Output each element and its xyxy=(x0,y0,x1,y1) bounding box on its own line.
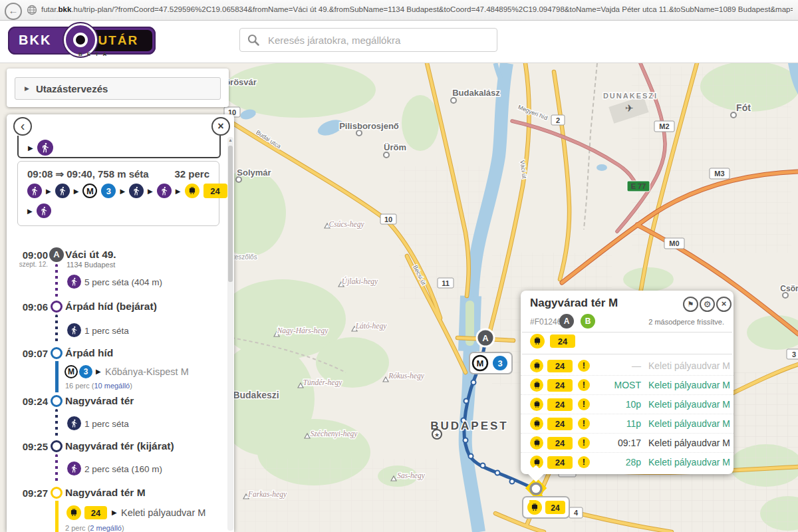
browser-address-bar: ← futar.bkk.hu/trip-plan/?fromCoord=47.5… xyxy=(0,0,798,21)
svg-text:4: 4 xyxy=(574,509,579,517)
divider xyxy=(522,354,732,354)
svg-text:Látó-hegy: Látó-hegy xyxy=(355,322,388,331)
timeline-walk-segment xyxy=(55,454,58,483)
svg-text:M2: M2 xyxy=(659,122,669,130)
svg-text:Nagy-Hárs-hegy: Nagy-Hárs-hegy xyxy=(277,327,329,335)
option-times: 09:08 ⇒ 09:40, 758 m séta xyxy=(27,168,149,180)
svg-text:Budakalász: Budakalász xyxy=(452,88,500,98)
stop-name[interactable]: Árpád híd (bejárat) xyxy=(65,301,157,313)
stop-name[interactable]: Nagyvárad tér M xyxy=(65,487,146,499)
departure-row[interactable]: 24 ! — Keleti pályaudvar M xyxy=(521,356,733,375)
departure-row[interactable]: 24 ! 28p Keleti pályaudvar M xyxy=(521,452,733,471)
search-box[interactable] xyxy=(239,28,497,52)
stop-name[interactable]: Nagyvárad tér (kijárat) xyxy=(65,440,174,452)
svg-text:Budakeszi: Budakeszi xyxy=(233,390,279,400)
stop-name[interactable]: Árpád híd xyxy=(65,347,113,359)
itinerary-panel: ‹ × ▲ ▶ 32 perc 09:08 ⇒ 09:40, 758 m sét… xyxy=(7,114,234,532)
close-button[interactable]: × xyxy=(211,117,230,136)
stops-count-link[interactable]: 10 megálló xyxy=(94,382,130,390)
timeline-tram-segment xyxy=(55,501,59,532)
stop-name[interactable]: Nagyvárad tér xyxy=(65,395,134,407)
leg-walk-text: 1 perc séta xyxy=(84,326,129,336)
flag-button[interactable]: ⚑ xyxy=(683,297,698,312)
svg-text:Csúcs-hegy: Csúcs-hegy xyxy=(329,220,364,229)
departure-time: MOST xyxy=(591,380,641,390)
scroll-up-icon[interactable]: ▲ xyxy=(227,138,233,142)
app-header: BKK FUTÁR BETA xyxy=(0,20,798,63)
svg-text:E 77: E 77 xyxy=(631,182,646,190)
metro-logo-icon: M xyxy=(82,184,97,198)
departure-destination: Keleti pályaudvar M xyxy=(648,418,730,429)
alert-icon[interactable]: ! xyxy=(578,360,590,372)
alert-icon[interactable]: ! xyxy=(578,437,590,449)
origin-marker-a[interactable]: A xyxy=(477,329,494,346)
timeline-walk-segment xyxy=(55,315,58,344)
alert-icon[interactable]: ! xyxy=(578,398,590,410)
alert-icon[interactable]: ! xyxy=(578,379,590,391)
settings-gear-button[interactable]: ⚙ xyxy=(700,297,715,312)
svg-text:M: M xyxy=(477,358,484,368)
search-input[interactable] xyxy=(267,34,489,47)
svg-text:A: A xyxy=(482,333,489,343)
stop-time: 09:00 xyxy=(9,249,48,261)
walk-icon xyxy=(37,203,51,218)
departure-row[interactable]: 24 ! 10p Keleti pályaudvar M xyxy=(521,394,733,414)
timeline-walk-segment xyxy=(55,409,58,438)
svg-text:Széchenyi-hegy: Széchenyi-hegy xyxy=(311,430,358,438)
departure-time: 28p xyxy=(591,457,641,467)
alert-icon[interactable]: ! xyxy=(578,418,590,430)
walk-icon xyxy=(157,184,172,198)
leg-walk-text: 5 perc séta (404 m) xyxy=(84,277,162,287)
timeline-metro-segment xyxy=(55,361,59,392)
trip-planner-toggle[interactable]: ▶ Utazástervezés xyxy=(15,77,221,100)
departure-destination: Keleti pályaudvar M xyxy=(648,438,730,448)
leg-destination: Kőbánya-Kispest M xyxy=(105,366,189,377)
tram-icon xyxy=(530,456,543,469)
leg-destination: Keleti pályaudvar M xyxy=(121,507,205,518)
browser-back-button[interactable]: ← xyxy=(5,3,22,20)
walk-indoor-icon xyxy=(67,416,81,430)
tram-icon xyxy=(185,184,200,198)
route-24-badge[interactable]: 24 xyxy=(550,334,575,348)
metro-line-map-label[interactable]: M 3 xyxy=(469,352,512,374)
itinerary-option-selected[interactable]: ▶ xyxy=(17,136,221,158)
svg-text:M3: M3 xyxy=(714,170,724,178)
itinerary-option[interactable]: 32 perc 09:08 ⇒ 09:40, 758 m séta ▶ ▶ M … xyxy=(17,161,219,226)
url-text[interactable]: futar.bkk.hu/trip-plan/?fromCoord=47.529… xyxy=(41,5,793,13)
bkk-futar-logo[interactable]: BKK FUTÁR xyxy=(8,27,156,55)
svg-text:M0: M0 xyxy=(669,239,679,247)
stop-node xyxy=(51,301,63,313)
departure-row[interactable]: 24 ! MOST Keleti pályaudvar M xyxy=(521,375,733,394)
logo-bkk-text: BKK xyxy=(19,33,51,48)
stop-date: szept. 12. xyxy=(9,261,48,268)
svg-text:3: 3 xyxy=(792,350,796,358)
tram-route-map-label[interactable]: 24 xyxy=(523,497,569,518)
back-button[interactable]: ‹ xyxy=(13,117,32,136)
stop-node xyxy=(51,395,63,407)
stop-name[interactable]: Váci út 49. xyxy=(65,249,116,261)
alert-icon[interactable]: ! xyxy=(578,456,590,468)
departure-destination: Keleti pályaudvar M xyxy=(648,360,730,371)
svg-text:11: 11 xyxy=(442,279,450,287)
stop-time: 09:07 xyxy=(9,348,48,359)
departure-row[interactable]: 24 ! 11p Keleti pályaudvar M xyxy=(521,414,733,433)
trip-planner-widget: ▶ Utazástervezés xyxy=(7,68,229,107)
svg-text:Rókus-hegy: Rókus-hegy xyxy=(388,372,425,380)
stop-time: 09:25 xyxy=(9,441,48,452)
platform-a-badge[interactable]: A xyxy=(559,314,574,329)
svg-text:24: 24 xyxy=(551,503,560,513)
popup-stop-name: Nagyvárad tér M xyxy=(530,297,618,310)
panel-scrollbar[interactable]: ▲ xyxy=(227,137,233,531)
arrow-right-icon: ▶ xyxy=(112,509,117,516)
stops-count-link[interactable]: 2 megálló xyxy=(90,524,122,532)
platform-b-badge[interactable]: B xyxy=(581,314,595,329)
departure-row[interactable]: 24 ! 09:17 Keleti pályaudvar M xyxy=(521,433,733,452)
departure-time: 09:17 xyxy=(591,438,641,448)
arrow-right-icon: ▶ xyxy=(148,188,153,195)
walk-indoor-icon xyxy=(129,184,144,198)
scrollbar-thumb[interactable] xyxy=(228,146,233,282)
popup-close-button[interactable]: × xyxy=(716,297,732,312)
route-24-badge: 24 xyxy=(547,398,573,411)
itinerary-scroll-area: ▶ 32 perc 09:08 ⇒ 09:40, 758 m séta ▶ xyxy=(7,136,227,532)
metro-logo-icon: M xyxy=(65,365,78,378)
